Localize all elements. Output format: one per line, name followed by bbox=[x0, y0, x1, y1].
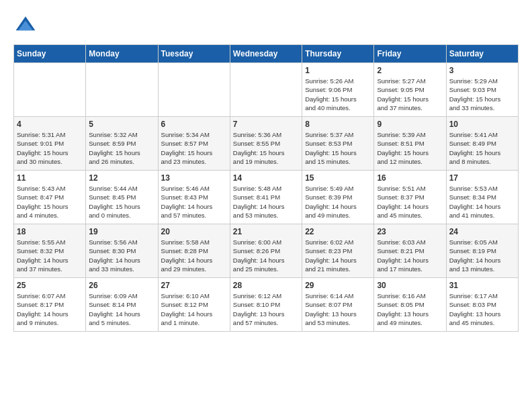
calendar-week-1: 1Sunrise: 5:26 AMSunset: 9:06 PMDaylight… bbox=[14, 63, 519, 117]
calendar-cell: 8Sunrise: 5:37 AMSunset: 8:53 PMDaylight… bbox=[302, 117, 374, 171]
day-info: Sunrise: 6:16 AMSunset: 8:05 PMDaylight:… bbox=[377, 291, 443, 327]
day-number: 5 bbox=[89, 120, 154, 129]
day-number: 13 bbox=[161, 173, 227, 183]
calendar-cell: 21Sunrise: 6:00 AMSunset: 8:26 PMDayligh… bbox=[230, 224, 302, 278]
day-info: Sunrise: 5:46 AMSunset: 8:43 PMDaylight:… bbox=[161, 184, 227, 220]
calendar-cell: 27Sunrise: 6:10 AMSunset: 8:12 PMDayligh… bbox=[158, 278, 230, 332]
day-number: 8 bbox=[305, 120, 371, 129]
day-number: 4 bbox=[17, 120, 83, 129]
day-info: Sunrise: 5:37 AMSunset: 8:53 PMDaylight:… bbox=[305, 130, 371, 166]
calendar-week-4: 18Sunrise: 5:55 AMSunset: 8:32 PMDayligh… bbox=[14, 224, 519, 278]
day-number: 3 bbox=[449, 66, 515, 75]
day-number: 28 bbox=[233, 281, 299, 290]
day-number: 26 bbox=[89, 281, 154, 290]
calendar-header-row: SundayMondayTuesdayWednesdayThursdayFrid… bbox=[14, 45, 519, 63]
day-number: 6 bbox=[161, 120, 227, 129]
calendar-cell: 24Sunrise: 6:05 AMSunset: 8:19 PMDayligh… bbox=[446, 224, 518, 278]
calendar-cell: 13Sunrise: 5:46 AMSunset: 8:43 PMDayligh… bbox=[158, 171, 230, 224]
day-number: 18 bbox=[17, 227, 83, 236]
day-number: 29 bbox=[305, 281, 371, 290]
day-number: 11 bbox=[17, 173, 83, 183]
day-info: Sunrise: 5:51 AMSunset: 8:37 PMDaylight:… bbox=[377, 184, 443, 220]
day-info: Sunrise: 5:56 AMSunset: 8:30 PMDaylight:… bbox=[89, 238, 154, 273]
calendar-cell: 12Sunrise: 5:44 AMSunset: 8:45 PMDayligh… bbox=[86, 171, 158, 224]
calendar-cell: 23Sunrise: 6:03 AMSunset: 8:21 PMDayligh… bbox=[374, 224, 446, 278]
calendar-table: SundayMondayTuesdayWednesdayThursdayFrid… bbox=[13, 44, 519, 332]
day-number: 31 bbox=[449, 281, 515, 290]
day-info: Sunrise: 5:27 AMSunset: 9:05 PMDaylight:… bbox=[377, 77, 443, 112]
day-info: Sunrise: 6:07 AMSunset: 8:17 PMDaylight:… bbox=[17, 291, 83, 327]
day-info: Sunrise: 6:17 AMSunset: 8:03 PMDaylight:… bbox=[449, 291, 515, 327]
header-saturday: Saturday bbox=[446, 45, 518, 63]
calendar-cell: 30Sunrise: 6:16 AMSunset: 8:05 PMDayligh… bbox=[374, 278, 446, 332]
day-info: Sunrise: 6:12 AMSunset: 8:10 PMDaylight:… bbox=[233, 291, 299, 327]
calendar-week-3: 11Sunrise: 5:43 AMSunset: 8:47 PMDayligh… bbox=[14, 171, 519, 224]
day-info: Sunrise: 6:09 AMSunset: 8:14 PMDaylight:… bbox=[89, 291, 154, 327]
day-number: 17 bbox=[449, 173, 515, 183]
calendar-cell: 22Sunrise: 6:02 AMSunset: 8:23 PMDayligh… bbox=[302, 224, 374, 278]
day-info: Sunrise: 5:41 AMSunset: 8:49 PMDaylight:… bbox=[449, 130, 515, 166]
day-number: 15 bbox=[305, 173, 371, 183]
header-tuesday: Tuesday bbox=[158, 45, 230, 63]
day-info: Sunrise: 5:36 AMSunset: 8:55 PMDaylight:… bbox=[233, 130, 299, 166]
day-info: Sunrise: 5:31 AMSunset: 9:01 PMDaylight:… bbox=[17, 130, 83, 166]
day-info: Sunrise: 5:53 AMSunset: 8:34 PMDaylight:… bbox=[449, 184, 515, 220]
calendar-cell: 29Sunrise: 6:14 AMSunset: 8:07 PMDayligh… bbox=[302, 278, 374, 332]
day-number: 30 bbox=[377, 281, 443, 290]
day-number: 9 bbox=[377, 120, 443, 129]
calendar-cell: 14Sunrise: 5:48 AMSunset: 8:41 PMDayligh… bbox=[230, 171, 302, 224]
calendar-cell: 28Sunrise: 6:12 AMSunset: 8:10 PMDayligh… bbox=[230, 278, 302, 332]
day-info: Sunrise: 6:00 AMSunset: 8:26 PMDaylight:… bbox=[233, 238, 299, 273]
calendar-cell: 10Sunrise: 5:41 AMSunset: 8:49 PMDayligh… bbox=[446, 117, 518, 171]
day-number: 23 bbox=[377, 227, 443, 236]
day-number: 21 bbox=[233, 227, 299, 236]
day-info: Sunrise: 5:58 AMSunset: 8:28 PMDaylight:… bbox=[161, 238, 227, 273]
calendar-cell bbox=[14, 63, 86, 117]
day-info: Sunrise: 5:26 AMSunset: 9:06 PMDaylight:… bbox=[305, 77, 371, 112]
day-info: Sunrise: 5:44 AMSunset: 8:45 PMDaylight:… bbox=[89, 184, 154, 220]
calendar-cell: 9Sunrise: 5:39 AMSunset: 8:51 PMDaylight… bbox=[374, 117, 446, 171]
page-header bbox=[13, 13, 519, 38]
calendar-cell: 26Sunrise: 6:09 AMSunset: 8:14 PMDayligh… bbox=[86, 278, 158, 332]
calendar-cell bbox=[86, 63, 158, 117]
calendar-cell: 17Sunrise: 5:53 AMSunset: 8:34 PMDayligh… bbox=[446, 171, 518, 224]
calendar-cell: 31Sunrise: 6:17 AMSunset: 8:03 PMDayligh… bbox=[446, 278, 518, 332]
day-info: Sunrise: 5:48 AMSunset: 8:41 PMDaylight:… bbox=[233, 184, 299, 220]
calendar-cell: 1Sunrise: 5:26 AMSunset: 9:06 PMDaylight… bbox=[302, 63, 374, 117]
day-number: 22 bbox=[305, 227, 371, 236]
logo-icon bbox=[13, 13, 38, 38]
day-info: Sunrise: 5:29 AMSunset: 9:03 PMDaylight:… bbox=[449, 77, 515, 112]
day-number: 7 bbox=[233, 120, 299, 129]
calendar-cell: 6Sunrise: 5:34 AMSunset: 8:57 PMDaylight… bbox=[158, 117, 230, 171]
day-info: Sunrise: 5:43 AMSunset: 8:47 PMDaylight:… bbox=[17, 184, 83, 220]
calendar-cell: 15Sunrise: 5:49 AMSunset: 8:39 PMDayligh… bbox=[302, 171, 374, 224]
day-number: 27 bbox=[161, 281, 227, 290]
day-info: Sunrise: 5:39 AMSunset: 8:51 PMDaylight:… bbox=[377, 130, 443, 166]
header-monday: Monday bbox=[86, 45, 158, 63]
day-number: 1 bbox=[305, 66, 371, 75]
day-number: 14 bbox=[233, 173, 299, 183]
day-number: 16 bbox=[377, 173, 443, 183]
day-number: 12 bbox=[89, 173, 154, 183]
day-info: Sunrise: 6:03 AMSunset: 8:21 PMDaylight:… bbox=[377, 238, 443, 273]
calendar-cell: 7Sunrise: 5:36 AMSunset: 8:55 PMDaylight… bbox=[230, 117, 302, 171]
day-info: Sunrise: 6:14 AMSunset: 8:07 PMDaylight:… bbox=[305, 291, 371, 327]
calendar-cell: 20Sunrise: 5:58 AMSunset: 8:28 PMDayligh… bbox=[158, 224, 230, 278]
day-info: Sunrise: 5:49 AMSunset: 8:39 PMDaylight:… bbox=[305, 184, 371, 220]
calendar-week-2: 4Sunrise: 5:31 AMSunset: 9:01 PMDaylight… bbox=[14, 117, 519, 171]
calendar-cell: 11Sunrise: 5:43 AMSunset: 8:47 PMDayligh… bbox=[14, 171, 86, 224]
day-number: 10 bbox=[449, 120, 515, 129]
calendar-cell: 2Sunrise: 5:27 AMSunset: 9:05 PMDaylight… bbox=[374, 63, 446, 117]
calendar-cell: 18Sunrise: 5:55 AMSunset: 8:32 PMDayligh… bbox=[14, 224, 86, 278]
calendar-cell: 5Sunrise: 5:32 AMSunset: 8:59 PMDaylight… bbox=[86, 117, 158, 171]
calendar-week-5: 25Sunrise: 6:07 AMSunset: 8:17 PMDayligh… bbox=[14, 278, 519, 332]
day-info: Sunrise: 5:34 AMSunset: 8:57 PMDaylight:… bbox=[161, 130, 227, 166]
calendar-cell bbox=[158, 63, 230, 117]
day-info: Sunrise: 6:10 AMSunset: 8:12 PMDaylight:… bbox=[161, 291, 227, 327]
header-thursday: Thursday bbox=[302, 45, 374, 63]
day-number: 20 bbox=[161, 227, 227, 236]
day-info: Sunrise: 6:05 AMSunset: 8:19 PMDaylight:… bbox=[449, 238, 515, 273]
day-number: 2 bbox=[377, 66, 443, 75]
calendar-cell: 19Sunrise: 5:56 AMSunset: 8:30 PMDayligh… bbox=[86, 224, 158, 278]
calendar-cell bbox=[230, 63, 302, 117]
